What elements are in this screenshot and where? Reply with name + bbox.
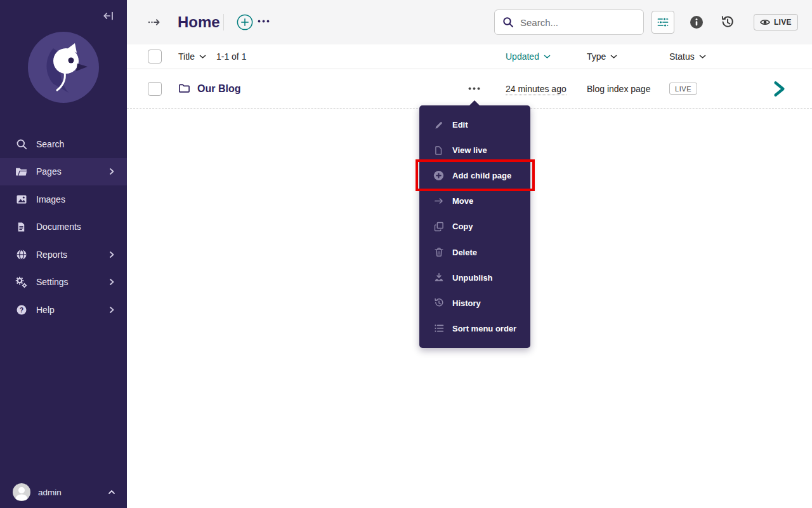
sidebar: Search Pages Images	[0, 0, 127, 508]
select-all-checkbox[interactable]	[148, 50, 162, 64]
download-icon	[433, 272, 444, 283]
menu-item-sort-menu-order[interactable]: Sort menu order	[419, 316, 530, 341]
status-badge: LIVE	[669, 83, 697, 95]
context-menu-arrow	[469, 100, 480, 105]
sidebar-item-label: Help	[36, 305, 55, 315]
header-divider	[223, 14, 224, 30]
listing-header-row: Title 1-1 of 1 Updated Type	[127, 44, 812, 69]
sidebar-nav: Search Pages Images	[0, 130, 127, 324]
chevron-right-icon	[773, 81, 787, 97]
sidebar-item-reports[interactable]: Reports	[0, 241, 127, 269]
sidebar-item-images[interactable]: Images	[0, 185, 127, 213]
collapse-sidebar-button[interactable]	[103, 10, 114, 22]
history-icon	[433, 298, 444, 309]
account-menu-button[interactable]: admin	[0, 478, 127, 507]
menu-item-view-live[interactable]: View live	[419, 138, 530, 163]
result-count: 1-1 of 1	[216, 51, 246, 62]
image-icon	[15, 193, 27, 205]
history-button[interactable]	[721, 15, 735, 29]
view-live-button[interactable]: LIVE	[754, 14, 798, 30]
page-link-our-blog[interactable]: Our Blog	[178, 83, 240, 95]
add-page-button[interactable]	[237, 14, 253, 30]
column-title-label: Title	[178, 51, 195, 62]
search-input[interactable]	[520, 17, 636, 28]
menu-item-label: View live	[452, 145, 487, 155]
sidebar-item-pages[interactable]: Pages	[0, 158, 127, 186]
chevron-right-icon	[108, 306, 115, 314]
sort-by-status-button[interactable]: Status	[669, 51, 706, 62]
menu-item-label: Add child page	[452, 171, 511, 180]
sidebar-item-label: Search	[36, 139, 64, 149]
row-updated[interactable]: 24 minutes ago	[506, 84, 566, 95]
menu-item-copy[interactable]: Copy	[419, 214, 530, 239]
sort-by-title-button[interactable]: Title	[178, 51, 206, 62]
chevron-up-icon	[108, 488, 115, 496]
ellipsis-icon	[468, 87, 480, 90]
menu-item-move[interactable]: Move	[419, 189, 530, 214]
copy-icon	[433, 221, 444, 232]
sidebar-item-label: Documents	[36, 222, 81, 232]
pencil-icon	[433, 119, 444, 130]
main-content: Home	[127, 0, 812, 508]
sidebar-item-settings[interactable]: Settings	[0, 269, 127, 297]
info-icon	[690, 15, 704, 29]
sidebar-item-label: Settings	[36, 277, 69, 287]
plus-circle-icon	[433, 170, 444, 181]
menu-item-add-child-page[interactable]: Add child page	[419, 163, 530, 189]
header-more-actions-button[interactable]	[258, 20, 270, 23]
svg-text:?: ?	[19, 306, 23, 314]
chevron-right-icon	[108, 251, 115, 258]
explore-child-pages-button[interactable]	[773, 81, 787, 97]
search-box	[494, 10, 644, 35]
menu-item-history[interactable]: History	[419, 290, 530, 316]
menu-item-label: History	[452, 298, 481, 308]
menu-item-edit[interactable]: Edit	[419, 112, 530, 138]
list-icon	[433, 323, 444, 334]
info-button[interactable]	[690, 15, 704, 29]
chevron-right-icon	[108, 278, 115, 286]
chevron-down-icon	[544, 55, 551, 59]
sidebar-item-label: Images	[36, 194, 65, 204]
menu-item-delete[interactable]: Delete	[419, 239, 530, 265]
chevron-down-icon	[610, 55, 617, 59]
page-title: Home	[178, 13, 220, 31]
arrow-right-icon	[433, 196, 444, 206]
plus-circle-icon	[237, 14, 253, 30]
chevron-down-icon	[199, 55, 206, 59]
filters-button[interactable]	[652, 11, 674, 34]
menu-item-label: Edit	[452, 120, 468, 130]
menu-item-label: Sort menu order	[452, 324, 516, 333]
help-icon: ?	[15, 304, 27, 316]
row-checkbox[interactable]	[148, 82, 162, 96]
sidebar-item-search[interactable]: Search	[0, 130, 127, 158]
globe-icon	[15, 248, 27, 260]
menu-item-unpublish[interactable]: Unpublish	[419, 265, 530, 290]
view-live-label: LIVE	[774, 18, 792, 27]
row-type: Blog index page	[587, 84, 650, 94]
column-type-label: Type	[587, 51, 606, 62]
sidebar-item-label: Reports	[36, 250, 67, 260]
breadcrumb-expand-button[interactable]	[148, 18, 162, 27]
chevron-right-icon	[108, 168, 115, 175]
search-icon	[15, 138, 27, 150]
chevron-down-icon	[699, 55, 706, 59]
sidebar-item-label: Pages	[36, 166, 62, 177]
sort-by-type-button[interactable]: Type	[587, 51, 617, 62]
history-icon	[721, 15, 735, 29]
sidebar-item-documents[interactable]: Documents	[0, 213, 127, 241]
wagtail-logo	[28, 32, 99, 103]
folder-icon	[178, 83, 190, 95]
column-updated-label: Updated	[506, 51, 539, 62]
page-icon	[433, 145, 444, 156]
sort-by-updated-button[interactable]: Updated	[506, 51, 551, 62]
collapse-sidebar-icon	[103, 10, 114, 22]
page-header: Home	[127, 0, 812, 44]
ellipsis-icon	[258, 20, 270, 23]
account-username: admin	[38, 488, 62, 497]
row-context-menu: Edit View live Add child page	[419, 105, 530, 348]
folder-open-icon	[15, 166, 27, 178]
search-icon	[502, 17, 514, 28]
sidebar-item-help[interactable]: ? Help	[0, 296, 127, 324]
sliders-icon	[657, 16, 669, 29]
row-actions-button[interactable]	[466, 84, 483, 93]
